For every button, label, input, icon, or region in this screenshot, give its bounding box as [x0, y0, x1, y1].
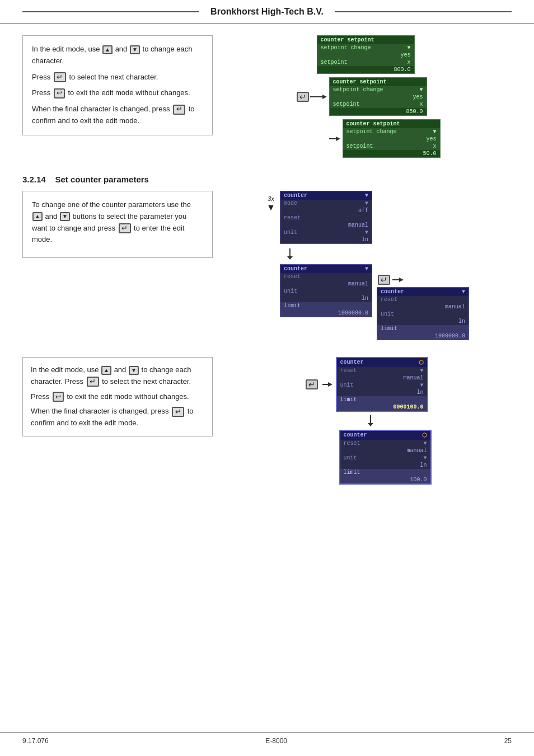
- counter-lcd-3: counter▼ reset manual unit ln: [377, 287, 469, 340]
- 3x-indicator: 3x ▼: [266, 191, 275, 212]
- section2-heading: 3.2.14 Set counter parameters: [22, 175, 512, 184]
- enter-key-3[interactable]: ↵: [306, 379, 318, 389]
- section3-line1: In the edit mode, use ▲ and ▼ to change …: [31, 364, 204, 388]
- header-line-left: [22, 11, 199, 12]
- down-arrow-icon: ▼: [130, 45, 140, 54]
- counter-lcd-1: counter▼ mode▼ off reset manual: [280, 191, 372, 244]
- footer-model: E-8000: [265, 737, 287, 745]
- section1-line4: When the final character is changed, pre…: [32, 104, 203, 127]
- lcd1-header: counter setpoint: [321, 37, 374, 43]
- counter-lcd-2: counter▼ reset manual unit ln: [280, 264, 372, 317]
- section-number: 3.2.14: [22, 175, 46, 184]
- footer-page: 25: [504, 737, 512, 745]
- enter-icon5: ↵: [172, 407, 184, 417]
- enter-icon3: ↵: [119, 223, 131, 233]
- svg-marker-1: [322, 95, 327, 99]
- counter-edit-lcd-1: counter⬡ reset▼ manual unit▼ ln: [336, 357, 428, 412]
- svg-marker-9: [328, 382, 332, 387]
- section3-display: ↵ counter⬡ reset▼ manual: [224, 357, 512, 485]
- section1-textbox: In the edit mode, use ▲ and ▼ to change …: [22, 35, 213, 135]
- counter-edit-lcd-2: counter⬡ reset▼ manual unit▼ ln: [339, 430, 432, 485]
- down-arrow-icon3: ▼: [129, 366, 139, 375]
- panel1-row: counter setpoint setpoint change▼ yes se…: [296, 35, 415, 74]
- main-content: In the edit mode, use ▲ and ▼ to change …: [0, 35, 534, 485]
- section1-display: counter setpoint setpoint change▼ yes se…: [224, 35, 512, 158]
- undo-icon2: ↩: [53, 392, 64, 402]
- enter-key-2[interactable]: ↵: [378, 275, 390, 285]
- arrow-enter-2: [392, 276, 404, 284]
- section3-textbox: In the edit mode, use ▲ and ▼ to change …: [22, 357, 213, 436]
- up-arrow-icon3: ▲: [101, 366, 111, 375]
- section3-line2: Press ↩ to exit the edit mode without ch…: [31, 391, 204, 403]
- page-footer: 9.17.076 E-8000 25: [0, 732, 534, 745]
- counter-panel-sequence: counter▼ mode▼ off reset manual: [280, 191, 372, 317]
- panel-arrow-2: [366, 415, 375, 426]
- up-arrow-icon2: ▲: [32, 212, 43, 221]
- panel-arrow-1: [285, 248, 372, 260]
- section2-display: 3x ▼ counter▼ mode▼ of: [224, 191, 512, 340]
- svg-marker-3: [336, 137, 340, 141]
- enter-sequence-2: counter setpoint setpoint change▼ yes se…: [329, 119, 441, 158]
- section1-line3: Press ↩ to exit the edit mode without ch…: [32, 87, 203, 99]
- enter-icon4: ↵: [87, 377, 99, 387]
- header-line-right: [335, 11, 512, 12]
- 3x-label: 3x: [268, 195, 274, 202]
- lcd-panel-1: counter setpoint setpoint change▼ yes se…: [317, 35, 415, 74]
- svg-marker-5: [287, 256, 293, 260]
- section3-row: In the edit mode, use ▲ and ▼ to change …: [22, 357, 512, 485]
- section1-line1: In the edit mode, use ▲ and ▼ to change …: [32, 44, 203, 67]
- lcd-panel-3: counter setpoint setpoint change▼ yes se…: [343, 119, 441, 158]
- section1-line2: Press ↵ to select the next character.: [32, 72, 203, 83]
- arrow-svg-1: [310, 93, 327, 101]
- footer-version: 9.17.076: [22, 737, 49, 745]
- lcd-panel-2: counter setpoint setpoint change▼ yes se…: [329, 77, 427, 116]
- section2-textbox: To change one of the counter parameters …: [22, 191, 213, 258]
- up-arrow-icon: ▲: [102, 45, 113, 54]
- section2-row: To change one of the counter parameters …: [22, 191, 512, 340]
- section-title: Set counter parameters: [55, 175, 149, 184]
- svg-marker-7: [399, 278, 404, 282]
- down-arrow-icon2: ▼: [60, 212, 70, 221]
- section2-line1: To change one of the counter parameters …: [32, 199, 203, 246]
- section3-line3: When the final character is changed, pre…: [31, 406, 204, 429]
- enter-icon2: ↵: [173, 105, 185, 115]
- page-header: Bronkhorst High-Tech B.V.: [0, 0, 534, 24]
- page-title: Bronkhorst High-Tech B.V.: [199, 7, 335, 17]
- down-arrow-3x: ▼: [266, 203, 275, 212]
- counter-edit-panel1-row: ↵ counter⬡ reset▼ manual: [305, 357, 428, 412]
- enter-key-1[interactable]: ↵: [297, 92, 309, 102]
- enter-icon: ↵: [54, 72, 66, 82]
- section1-row: In the edit mode, use ▲ and ▼ to change …: [22, 35, 512, 158]
- counter-edit-panel2-row: counter⬡ reset▼ manual unit▼ ln: [339, 430, 432, 485]
- svg-marker-11: [368, 423, 373, 426]
- enter-final-section: ↵ counter▼ reset: [377, 191, 469, 340]
- arrow-svg-2: [329, 135, 340, 143]
- enter-sequence-1: ↵ counter setpoint setpoint c: [296, 77, 427, 116]
- undo-icon: ↩: [54, 88, 65, 98]
